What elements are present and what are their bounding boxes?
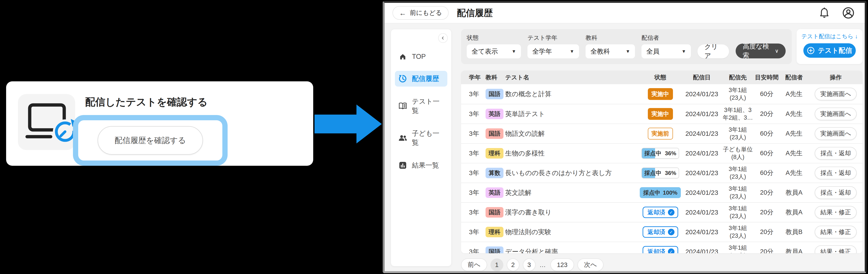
cell-time: 60分 [760,90,773,99]
filter-subject-select[interactable]: 全教科▼ [586,45,635,58]
status-badge: 実施中 [648,108,673,120]
table-row: 3年国語漢字の書き取り返却済✓2024/01/233年1組(23人)20分教員A… [461,202,863,222]
history-table: 学年教科テスト名状態配信日配信先目安時間配信者操作 3年国語数の概念と計算実施中… [461,71,863,253]
cell-grade: 3年 [469,169,486,177]
subject-badge: 理科 [486,227,503,237]
row-action-button[interactable]: 結果・修正 [815,245,857,253]
table-row: 3年理科物理法則の実験返却済✓2024/01/233年1組(23人)20分教員B… [461,222,863,242]
app-header: ← 前にもどる 配信履歴 [385,3,865,23]
cell-test-name: 英単語テスト [505,110,639,118]
row-action-button[interactable]: 実施画面へ [815,127,857,140]
check-icon: ✓ [668,248,675,253]
filter-status-value: 全て表示 [471,47,498,56]
distribute-here-link[interactable]: テスト配信はこちら ↓ [801,33,858,40]
cell-test-name: 漢字の書き取り [505,208,639,217]
status-label: 採点中 [644,149,661,157]
cell-time: 20分 [760,188,773,197]
status-percent: 100% [663,189,678,196]
row-action-button[interactable]: 実施画面へ [815,88,857,100]
sidebar-item-children[interactable]: 子ども一覧 [395,126,447,150]
pagination-page-3[interactable]: 3 [523,258,535,271]
status-percent: 36% [665,150,676,157]
filter-grade-select[interactable]: 全学年▼ [527,45,579,58]
row-action-button[interactable]: 採点・返却 [815,147,857,160]
sidebar-item-label: 結果一覧 [412,161,439,170]
status-badge: 採点中36% [642,167,679,179]
status-label: 採点中 [644,169,661,177]
subject-badge: 国語 [486,89,503,99]
cell-target: 3年1組(23人) [728,244,747,253]
advanced-search-button[interactable]: 高度な検索 ∨ [736,44,786,58]
table-row: 3年理科生物の多様性採点中36%2024/01/23子ども単位(8人)60分A先… [461,143,863,163]
cell-sender: A先生 [786,169,803,177]
cell-test-name: 物理法則の実験 [505,228,639,237]
cell-target: 3年1組(23人) [728,126,747,141]
page-title: 配信履歴 [457,7,493,19]
cell-date: 2024/01/23 [685,189,718,196]
cell-test-name: 生物の多様性 [505,149,639,158]
pagination-page-1[interactable]: 1 [491,258,503,271]
status-label: 採点中 [643,189,660,197]
filter-sender-value: 全員 [646,47,659,56]
home-icon [398,53,407,60]
table-row: 3年英語英単語テスト実施中2024/01/233年1組、3年2組、3…20分A先… [461,104,863,124]
cell-target: 3年1組(23人) [728,86,747,102]
cell-sender: A先生 [786,90,803,99]
cell-time: 20分 [760,247,773,253]
subject-badge: 英語 [486,109,503,119]
filter-sender-select[interactable]: 全員▼ [642,45,691,58]
back-arrow-icon: ← [399,9,406,17]
sidebar-collapse-button[interactable] [438,33,448,43]
results-icon [398,161,407,169]
row-action-button[interactable]: 採点・返却 [815,186,857,199]
table-row: 3年国語データ分析と確率返却済✓2024/01/233年1組(23人)20分教員… [461,242,863,253]
cell-time: 20分 [760,228,773,237]
filter-sender-label: 配信者 [642,34,691,42]
cell-grade: 3年 [469,90,486,99]
promo-card: 配信したテストを確認する 配信履歴を確認する [6,81,313,166]
notification-bell-icon[interactable] [818,7,830,19]
status-badge: 返却済✓ [643,207,678,218]
sidebar-item-top[interactable]: TOP [395,49,447,64]
cell-test-name: データ分析と確率 [505,247,639,253]
cell-grade: 3年 [469,149,486,158]
status-label: 返却済 [648,248,665,253]
row-action-button[interactable]: 採点・返却 [815,167,857,179]
caret-down-icon: ▼ [570,49,574,54]
cell-grade: 3年 [469,129,486,138]
row-action-button[interactable]: 結果・修正 [815,206,857,219]
cell-grade: 3年 [469,208,486,217]
cell-sender: A先生 [786,129,803,138]
column-header: 状態 [654,74,666,81]
table-body: 3年国語数の概念と計算実施中2024/01/233年1組(23人)60分A先生実… [461,84,863,253]
cell-date: 2024/01/23 [685,149,718,157]
row-action-button[interactable]: 結果・修正 [815,226,857,238]
book-icon [398,102,407,110]
cell-date: 2024/01/23 [685,248,718,253]
row-action-button[interactable]: 実施画面へ [815,108,857,120]
pagination-prev-button[interactable]: 前へ [461,258,487,271]
back-button[interactable]: ← 前にもどる [393,6,448,20]
sidebar-item-results[interactable]: 結果一覧 [395,158,447,173]
sidebar-item-tests[interactable]: テスト一覧 [395,93,447,118]
device-history-icon [18,94,75,150]
status-badge: 返却済✓ [643,226,678,238]
sidebar-item-history[interactable]: 配信履歴 [395,71,447,87]
pagination-page-2[interactable]: 2 [507,258,519,271]
filter-status-select[interactable]: 全て表示▼ [467,45,521,58]
pagination-page-123[interactable]: 123 [550,258,574,271]
pagination-next-button[interactable]: 次へ [578,258,603,271]
column-header: 教科 [486,74,505,81]
clear-filters-button[interactable]: クリア [698,45,729,58]
filter-grade-label: テスト学年 [527,34,579,42]
cell-date: 2024/01/23 [685,90,718,98]
cell-grade: 3年 [469,247,486,253]
distribute-test-button[interactable]: テスト配信 [803,43,856,58]
cell-sender: 教員A [786,208,803,217]
filter-status-label: 状態 [467,34,521,42]
column-header: 配信日 [693,74,711,81]
cell-time: 20分 [760,110,773,118]
cell-target: 3年1組(23人) [728,185,747,200]
check-history-button[interactable]: 配信履歴を確認する [98,126,203,155]
account-icon[interactable] [842,6,855,19]
